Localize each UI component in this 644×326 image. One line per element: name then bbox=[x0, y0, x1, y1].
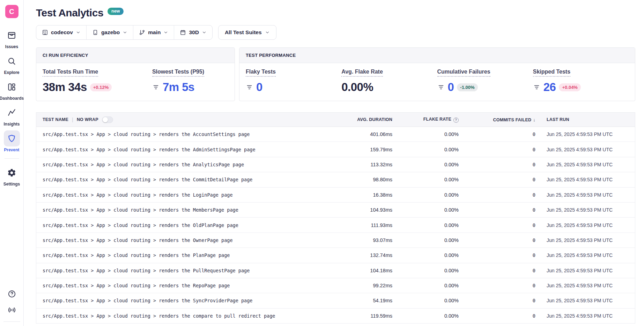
trend-badge: +0.04% bbox=[559, 83, 580, 91]
table-row[interactable]: src/App.test.tsx > App > cloud routing >… bbox=[36, 263, 635, 278]
last-run-cell: Jun 25, 2025 4:59:53 PM UTC bbox=[535, 147, 635, 152]
stat-label[interactable]: Total Tests Run Time bbox=[43, 69, 98, 77]
last-run-header[interactable]: LAST RUN bbox=[535, 117, 635, 122]
no-wrap-toggle[interactable] bbox=[102, 116, 113, 123]
stat-value-link[interactable]: 7m 5s bbox=[163, 81, 194, 94]
commits-failed-header[interactable]: COMMITS FAILED↓ bbox=[459, 117, 535, 122]
avg-duration-cell: 93.07ms bbox=[340, 237, 392, 243]
table-row[interactable]: src/App.test.tsx > App > cloud routing >… bbox=[36, 278, 635, 293]
test-name-cell: src/App.test.tsx > App > cloud routing >… bbox=[36, 237, 340, 243]
table-row[interactable]: src/App.test.tsx > App > cloud routing >… bbox=[36, 157, 635, 172]
sidebar-nav: Issues Explore Dashboards Insights Preve… bbox=[0, 27, 23, 187]
help-icon[interactable] bbox=[7, 289, 16, 298]
toggle-knob bbox=[103, 117, 108, 122]
table-row[interactable]: src/App.test.tsx > App > cloud routing >… bbox=[36, 218, 635, 233]
codecov-logo[interactable]: C bbox=[5, 5, 18, 18]
test-name-cell: src/App.test.tsx > App > cloud routing >… bbox=[36, 162, 340, 167]
stat-label[interactable]: Slowest Tests (P95) bbox=[152, 69, 204, 77]
test-name-cell: src/App.test.tsx > App > cloud routing >… bbox=[36, 268, 340, 273]
stat-value-link[interactable]: 0 bbox=[448, 81, 454, 94]
card-title: TEST PERFORMANCE bbox=[239, 48, 635, 63]
avg-duration-cell: 99.22ms bbox=[340, 283, 392, 288]
sidebar-item-insights[interactable]: Insights bbox=[0, 105, 23, 127]
test-performance-card: TEST PERFORMANCE Flaky Tests 0 Avg. Flak… bbox=[239, 47, 635, 101]
stat-label[interactable]: Cumulative Failures bbox=[437, 69, 490, 77]
filter-funnel-icon bbox=[533, 84, 540, 91]
sidebar-item-explore[interactable]: Explore bbox=[0, 53, 23, 75]
test-name-cell: src/App.test.tsx > App > cloud routing >… bbox=[36, 192, 340, 198]
avg-duration-header-label: AVG. DURATION bbox=[357, 117, 392, 122]
branch-selector[interactable]: main bbox=[133, 25, 174, 39]
branch-value: main bbox=[148, 29, 161, 36]
help-circle-icon[interactable]: ? bbox=[453, 117, 459, 123]
period-value: 30D bbox=[189, 29, 199, 36]
test-suites-selector[interactable]: All Test Suites bbox=[218, 25, 276, 40]
calendar-icon bbox=[180, 29, 186, 36]
table-row[interactable]: src/App.test.tsx > App > cloud routing >… bbox=[36, 142, 635, 157]
flake-rate-cell: 0.00% bbox=[392, 207, 459, 213]
card-body: Flaky Tests 0 Avg. Flake Rate 0.00% Cumu… bbox=[239, 63, 635, 101]
stat-value-link[interactable]: 0 bbox=[256, 81, 262, 94]
last-run-cell: Jun 25, 2025 4:59:53 PM UTC bbox=[535, 162, 635, 167]
stat-cumulative-failures: Cumulative Failures 0 -1.00% bbox=[437, 69, 533, 94]
table-row[interactable]: src/App.test.tsx > App > cloud routing >… bbox=[36, 233, 635, 248]
filter-bar: codecov gazebo main 30D All Test Suites bbox=[36, 25, 635, 40]
trend-badge: -1.00% bbox=[457, 83, 478, 91]
last-run-cell: Jun 25, 2025 4:59:53 PM UTC bbox=[535, 222, 635, 228]
last-run-cell: Jun 25, 2025 4:59:53 PM UTC bbox=[535, 252, 635, 258]
tests-table: TEST NAME | NO WRAP AVG. DURATION FLAKE … bbox=[36, 112, 635, 324]
sidebar-item-dashboards[interactable]: Dashboards bbox=[0, 79, 23, 101]
sidebar-item-settings[interactable]: Settings bbox=[0, 165, 23, 187]
sidebar-item-issues[interactable]: Issues bbox=[0, 27, 23, 49]
flake-rate-cell: 0.00% bbox=[392, 268, 459, 273]
table-row[interactable]: src/App.test.tsx > App > cloud routing >… bbox=[36, 188, 635, 203]
broadcast-icon[interactable] bbox=[7, 305, 16, 314]
stat-label[interactable]: Skipped Tests bbox=[533, 69, 570, 77]
stat-label[interactable]: Flaky Tests bbox=[246, 69, 276, 77]
filter-funnel-icon bbox=[246, 84, 253, 91]
trend-badge: +0.12% bbox=[90, 83, 112, 91]
sidebar-item-label: Settings bbox=[3, 182, 20, 187]
avg-duration-header[interactable]: AVG. DURATION bbox=[340, 117, 392, 122]
table-row[interactable]: src/App.test.tsx > App > cloud routing >… bbox=[36, 293, 635, 308]
table-row[interactable]: src/App.test.tsx > App > cloud routing >… bbox=[36, 203, 635, 218]
avg-duration-cell: 113.32ms bbox=[340, 162, 392, 167]
avg-duration-cell: 16.38ms bbox=[340, 192, 392, 198]
commits-failed-cell: 0 bbox=[459, 222, 535, 228]
avg-duration-cell: 132.74ms bbox=[340, 252, 392, 258]
avg-duration-cell: 119.59ms bbox=[340, 313, 392, 319]
stat-value: 0.00% bbox=[341, 81, 373, 94]
main-content: Test Analytics new codecov gazebo main bbox=[24, 0, 644, 324]
table-row[interactable]: src/App.test.tsx > App > cloud routing >… bbox=[36, 248, 635, 263]
flake-rate-header-label: FLAKE RATE bbox=[423, 117, 451, 122]
git-branch-icon bbox=[139, 29, 145, 36]
last-run-cell: Jun 25, 2025 4:59:53 PM UTC bbox=[535, 237, 635, 243]
commits-failed-header-label: COMMITS FAILED bbox=[493, 117, 532, 122]
table-row[interactable]: src/App.test.tsx > App > cloud routing >… bbox=[36, 172, 635, 187]
filter-funnel-icon bbox=[152, 84, 160, 91]
flake-rate-cell: 0.00% bbox=[392, 147, 459, 152]
period-selector[interactable]: 30D bbox=[174, 25, 212, 39]
stat-label[interactable]: Avg. Flake Rate bbox=[341, 69, 383, 77]
stat-value: 38m 34s bbox=[43, 81, 87, 94]
avg-duration-cell: 111.93ms bbox=[340, 222, 392, 228]
org-selector[interactable]: codecov bbox=[36, 25, 87, 39]
sidebar-item-prevent[interactable]: Prevent bbox=[0, 130, 23, 152]
avg-duration-cell: 401.06ms bbox=[340, 131, 392, 137]
stat-total-tests-run-time: Total Tests Run Time 38m 34s +0.12% bbox=[43, 69, 152, 94]
commits-failed-cell: 0 bbox=[459, 283, 535, 288]
last-run-cell: Jun 25, 2025 4:59:53 PM UTC bbox=[535, 313, 635, 319]
repo-selector[interactable]: gazebo bbox=[87, 25, 133, 39]
inbox-icon bbox=[4, 27, 20, 43]
sidebar: C Issues Explore Dashboards Insights bbox=[0, 0, 24, 326]
table-row[interactable]: src/App.test.tsx > App > cloud routing >… bbox=[36, 309, 635, 324]
sidebar-item-label: Insights bbox=[3, 122, 20, 127]
last-run-cell: Jun 25, 2025 4:59:53 PM UTC bbox=[535, 192, 635, 198]
table-row[interactable]: src/App.test.tsx > App > cloud routing >… bbox=[36, 127, 635, 142]
new-badge: new bbox=[108, 8, 124, 15]
flake-rate-cell: 0.00% bbox=[392, 177, 459, 182]
flake-rate-header[interactable]: FLAKE RATE? bbox=[392, 117, 459, 123]
last-run-cell: Jun 25, 2025 4:59:53 PM UTC bbox=[535, 207, 635, 213]
test-suites-value: All Test Suites bbox=[225, 29, 262, 36]
stat-value-link[interactable]: 26 bbox=[543, 81, 556, 94]
